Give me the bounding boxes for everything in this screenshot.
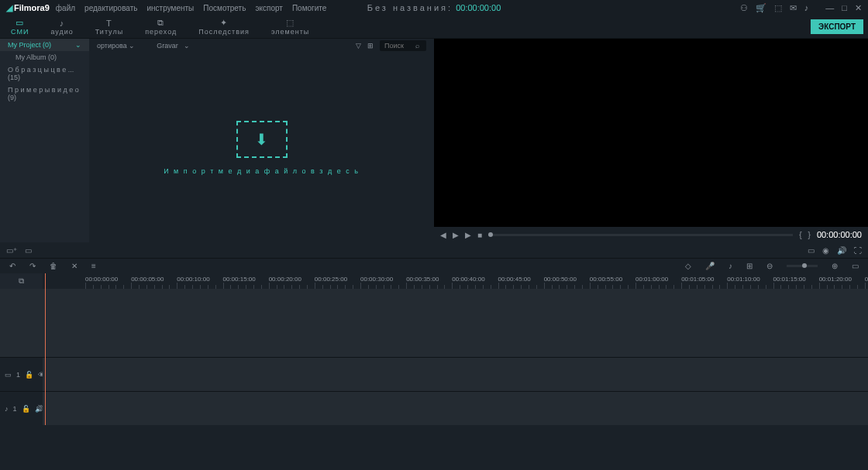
stop-button[interactable]: ■ xyxy=(477,231,482,239)
import-dropzone[interactable]: ⬇ И м п о р т м е д и а ф а й л о в з д … xyxy=(89,53,434,242)
zoom-slider[interactable] xyxy=(787,265,818,267)
bell-icon[interactable]: ♪ xyxy=(804,3,809,12)
user-icon[interactable]: ⚇ xyxy=(740,3,748,13)
search-icon[interactable]: ⌕ xyxy=(415,42,419,50)
new-folder-icon[interactable]: ▭⁺ xyxy=(6,246,17,255)
mute-icon[interactable]: 🔊 xyxy=(35,405,43,413)
transition-icon: ⧉ xyxy=(157,18,164,28)
menu-tools[interactable]: инструменты xyxy=(147,4,195,12)
undo-icon[interactable]: ↶ xyxy=(9,262,16,270)
mail-icon[interactable]: ✉ xyxy=(790,3,797,13)
timeline-manager-icon[interactable]: ⧉ xyxy=(0,273,43,289)
menu-file[interactable]: файл xyxy=(56,4,75,12)
project-title: Без названия: 00:00:00:00 xyxy=(367,3,501,12)
dropzone-box: ⬇ xyxy=(236,121,288,158)
search-input[interactable] xyxy=(384,42,415,50)
audio-track-num: 1 xyxy=(13,405,17,413)
prev-button[interactable]: ◀ xyxy=(440,231,446,239)
tab-titles[interactable]: TТитулы xyxy=(84,17,134,37)
ruler-label: 00:00:10:00 xyxy=(177,276,209,283)
tab-elements[interactable]: ⬚элементы xyxy=(260,16,320,37)
sidebar-item-video-samples[interactable]: П р и м е р ы в и д е о (9) xyxy=(0,84,89,104)
menu-view[interactable]: Посмотреть xyxy=(203,4,246,12)
lock-icon[interactable]: 🔓 xyxy=(25,371,33,379)
sidebar-item-project[interactable]: My Project (0)⌄ xyxy=(0,39,89,51)
delete-icon[interactable]: 🗑 xyxy=(50,262,57,270)
camera-icon[interactable]: ◉ xyxy=(822,246,829,255)
record-label: Gravar xyxy=(157,42,178,50)
marker-icon[interactable]: ◇ xyxy=(685,262,691,270)
next-button[interactable]: ▶ xyxy=(465,231,471,239)
tab-effects[interactable]: ✦Последствия xyxy=(188,16,260,37)
video-track-num: 1 xyxy=(16,371,20,379)
audio-track-header: ♪1 🔓 🔊 xyxy=(0,405,43,413)
track-spacer xyxy=(0,289,868,357)
zoom-out-icon[interactable]: ⊖ xyxy=(766,262,773,270)
snapshot-icon[interactable]: ▭ xyxy=(808,246,815,255)
audio-track: ♪1 🔓 🔊 xyxy=(0,391,868,425)
cut-icon[interactable]: ✕ xyxy=(71,262,78,270)
zoom-in-icon[interactable]: ⊕ xyxy=(832,262,838,270)
download-arrow-icon: ⬇ xyxy=(255,130,268,149)
media-panel: My Project (0)⌄ My Album (0) О б р а з ц… xyxy=(0,39,434,258)
ruler-label: 00:00:55:00 xyxy=(590,276,622,283)
chevron-down-icon: ⌄ xyxy=(75,41,81,49)
export-button[interactable]: ЭКСПОРТ xyxy=(811,19,863,34)
grid-view-icon[interactable]: ⊞ xyxy=(367,42,374,50)
sidebar-item-color-samples[interactable]: О б р а з ц ы ц в е ... (15) xyxy=(0,63,89,84)
zoom-handle[interactable] xyxy=(802,263,807,268)
share-icon[interactable]: ⬚ xyxy=(774,3,782,13)
playhead[interactable] xyxy=(45,273,46,425)
split-icon[interactable]: ≡ xyxy=(91,262,96,270)
mark-out-icon[interactable]: } xyxy=(808,231,811,239)
ruler-label: 00:01:05:00 xyxy=(681,276,714,283)
audio-track-content[interactable] xyxy=(43,392,868,425)
audio-track-icon: ♪ xyxy=(5,405,9,413)
ruler-label: 00:00:25:00 xyxy=(315,276,347,283)
minimize-icon[interactable]: — xyxy=(825,3,834,13)
video-track-content[interactable] xyxy=(43,358,868,391)
seek-handle[interactable] xyxy=(488,232,493,237)
redo-icon[interactable]: ↷ xyxy=(29,262,36,270)
import-text: И м п о р т м е д и а ф а й л о в з д е … xyxy=(164,167,360,175)
close-icon[interactable]: ✕ xyxy=(855,3,862,13)
mic-icon[interactable]: 🎤 xyxy=(705,262,715,270)
tab-media[interactable]: ▭СМИ xyxy=(0,16,40,37)
lock-icon[interactable]: 🔓 xyxy=(22,405,30,413)
zoom-fit-icon[interactable]: ▭ xyxy=(852,262,859,270)
timeline-toolbar: ↶ ↷ 🗑 ✕ ≡ ◇ 🎤 ♪ ⊞ ⊖ ⊕ ▭ xyxy=(0,258,868,273)
play-button[interactable]: ▶ xyxy=(453,231,459,239)
tab-label: аудио xyxy=(50,28,73,36)
tab-audio[interactable]: ♪аудио xyxy=(40,17,84,37)
cart-icon[interactable]: 🛒 xyxy=(756,3,766,13)
media-content: ортирова ⌄ Gravar ⌄ ▽ ⊞ ⌕ ⬇ И м п о р т … xyxy=(89,39,434,242)
folder-icon[interactable]: ▭ xyxy=(25,246,32,255)
tab-transitions[interactable]: ⧉переход xyxy=(134,16,188,37)
sort-dropdown[interactable]: ортирова ⌄ xyxy=(97,42,135,50)
record-dropdown[interactable]: Gravar ⌄ xyxy=(157,42,190,50)
tab-label: элементы xyxy=(271,28,309,36)
ruler-label: 00:00:45:00 xyxy=(498,276,531,283)
sidebar-item-album[interactable]: My Album (0) xyxy=(0,51,89,63)
mixer-icon[interactable]: ♪ xyxy=(728,262,732,270)
tab-label: СМИ xyxy=(11,28,29,36)
seek-bar[interactable] xyxy=(488,234,793,236)
mark-in-icon[interactable]: { xyxy=(799,231,801,239)
tab-label: Последствия xyxy=(198,28,250,36)
fullscreen-icon[interactable]: ⛶ xyxy=(854,246,862,255)
folder-icon: ▭ xyxy=(16,18,24,28)
ruler-label: 00:01:00:00 xyxy=(636,276,668,283)
ruler-label: 00:00:05:00 xyxy=(131,276,164,283)
filter-icon[interactable]: ▽ xyxy=(356,42,361,50)
tab-label: Титулы xyxy=(95,28,123,36)
timeline: ⧉ 00:00:00:0000:00:05:0000:00:10:0000:00… xyxy=(0,273,868,425)
music-icon: ♪ xyxy=(60,19,65,28)
menu-help[interactable]: Помогите xyxy=(292,4,326,12)
app-version: 9 xyxy=(45,3,50,12)
menu-export[interactable]: экспорт xyxy=(255,4,283,12)
render-icon[interactable]: ⊞ xyxy=(746,262,753,270)
menu-edit[interactable]: редактировать xyxy=(84,4,137,12)
volume-icon[interactable]: 🔊 xyxy=(837,246,846,255)
media-footer: ▭⁺ ▭ xyxy=(0,242,434,258)
maximize-icon[interactable]: □ xyxy=(842,3,847,13)
